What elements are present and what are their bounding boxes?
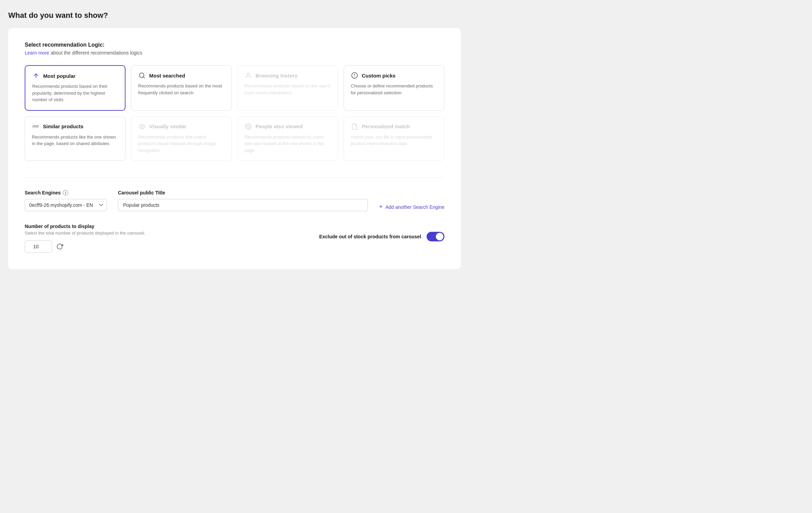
logic-card-personalized-match: Personalized match Import your .csv file… [344,116,444,161]
logic-card-title-people-also-viewed: People also viewed [255,123,303,129]
eye-icon [138,123,146,130]
svg-point-3 [247,73,250,75]
carousel-title-label: Carousel public Title [118,190,368,195]
logic-card-header-visually-similar: Visually similar [138,123,225,130]
bottom-section: Search Engines i 0ecff9-26.myshopify.com… [25,177,444,253]
page-title: What do you want to show? [8,11,804,20]
logic-card-most-popular[interactable]: Most popular Recommends products based o… [25,65,126,111]
logic-card-browsing-history: Browsing history Recommends products bas… [237,65,338,111]
logic-card-desc-personalized-match: Import your .csv file to input personali… [351,134,437,147]
logic-card-title-personalized-match: Personalized match [362,123,410,129]
search-engines-label: Search Engines i [25,190,107,195]
carousel-title-input[interactable] [118,199,368,211]
logic-card-desc-most-searched: Recommends products based on the most fr… [138,83,225,96]
stock-toggle-row: Exclude out of stock products from carou… [319,232,444,241]
add-engine-section: + Add another Search Engine [379,194,444,211]
search-engines-info-icon[interactable]: i [63,190,68,195]
logic-card-header-personalized-match: Personalized match [351,123,437,130]
products-row: Number of products to display Select the… [25,224,444,253]
logic-card-similar-products[interactable]: Similar products Recommends products lik… [25,116,126,161]
logic-card-desc-browsing-history: Recommends products based on the user's … [244,83,331,96]
logic-card-title-visually-similar: Visually similar [149,123,187,129]
logic-card-custom-picks[interactable]: Custom picks Choose or define recommende… [344,65,444,111]
search-engines-group: Search Engines i 0ecff9-26.myshopify.com… [25,190,107,211]
svg-point-7 [141,126,143,127]
products-count-input[interactable] [25,240,52,253]
svg-line-2 [143,77,145,78]
logic-card-title-most-popular: Most popular [43,73,75,79]
products-display-group: Number of products to display Select the… [25,224,145,253]
recommendation-section: Select recommendation Logic: Learn more … [25,42,444,161]
logic-card-header-most-searched: Most searched [138,72,225,79]
arrow-up-icon [32,72,40,80]
products-label: Number of products to display [25,224,145,229]
svg-point-8 [248,126,249,127]
gear-icon [244,123,252,130]
logic-card-desc-custom-picks: Choose or define recommended products fo… [351,83,437,96]
recommendation-subtitle: Learn more about the different recommend… [25,50,444,56]
logic-card-people-also-viewed: People also viewed Recommends products v… [237,116,338,161]
person-icon [244,72,252,79]
toggle-slider [427,232,444,241]
number-input-row [25,240,145,253]
main-card: Select recommendation Logic: Learn more … [8,28,461,269]
logic-card-header-most-popular: Most popular [32,72,118,80]
logic-card-header-custom-picks: Custom picks [351,72,437,79]
logic-card-desc-people-also-viewed: Recommends products viewed by users who … [244,134,331,154]
add-engine-button[interactable]: + Add another Search Engine [379,203,444,211]
logic-card-desc-most-popular: Recommends products based on their popul… [32,83,118,103]
plus-icon: + [379,203,383,211]
stock-toggle-label: Exclude out of stock products from carou… [319,234,421,239]
logic-card-desc-similar-products: Recommends products like the one shown i… [32,134,118,147]
products-sublabel: Select the total number of products disp… [25,230,145,236]
logic-card-title-custom-picks: Custom picks [362,73,395,79]
logic-grid: Most popular Recommends products based o… [25,65,444,161]
search-engine-select[interactable]: 0ecff9-26.myshopify.com - EN [25,199,107,211]
logic-card-title-browsing-history: Browsing history [255,73,298,79]
info-circle-icon [351,72,358,79]
logic-card-title-similar-products: Similar products [43,123,83,129]
logic-card-header-people-also-viewed: People also viewed [244,123,331,130]
logic-card-title-most-searched: Most searched [149,73,185,79]
logic-card-header-similar-products: Similar products [32,123,118,130]
recommendation-label: Select recommendation Logic: [25,42,444,48]
logic-card-most-searched[interactable]: Most searched Recommends products based … [131,65,232,111]
wave-icon [32,123,39,130]
learn-more-suffix: about the different recommendations logi… [49,50,142,56]
carousel-title-group: Carousel public Title [118,190,368,211]
logic-card-desc-visually-similar: Recommends products that match product's… [138,134,225,154]
learn-more-link[interactable]: Learn more [25,50,49,56]
fields-row: Search Engines i 0ecff9-26.myshopify.com… [25,190,444,211]
refresh-button[interactable] [56,243,63,250]
document-icon [351,123,358,130]
logic-card-visually-similar: Visually similar Recommends products tha… [131,116,232,161]
stock-toggle[interactable] [427,232,444,241]
search-icon [138,72,146,79]
logic-card-header-browsing-history: Browsing history [244,72,331,79]
